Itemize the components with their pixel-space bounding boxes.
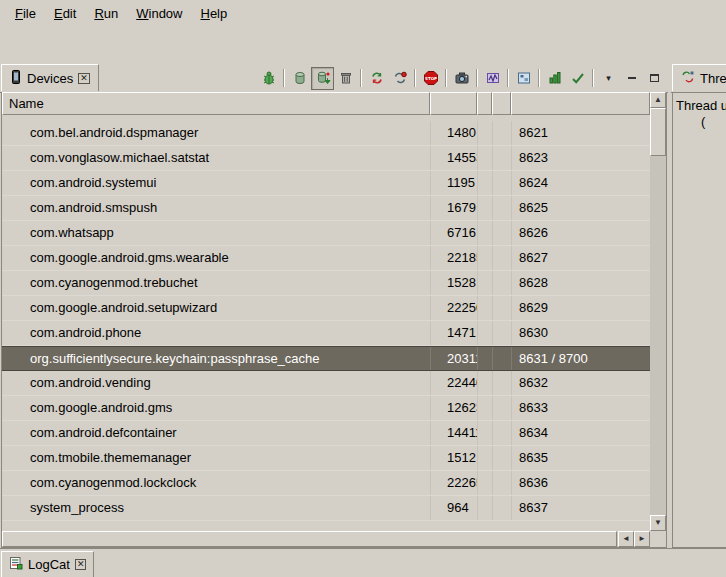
scroll-left-icon[interactable]: ◄ — [618, 531, 634, 547]
devices-toolbar: STOP — [257, 65, 666, 91]
process-pid: 1528 — [430, 271, 477, 295]
toolbar-separator — [476, 69, 478, 87]
devices-tabbar: Devices ✕ — [0, 62, 668, 93]
table-row[interactable]: com.android.defcontainer144118634 — [2, 421, 650, 446]
process-col-a — [477, 271, 492, 295]
table-row[interactable]: com.cyanogenmod.lockclock222658636 — [2, 471, 650, 496]
process-name: com.google.android.gms.wearable — [2, 246, 430, 270]
vertical-scrollbar[interactable]: ▲ ▼ — [650, 92, 666, 531]
start-opengl-trace-icon[interactable] — [543, 67, 566, 90]
process-col-a — [477, 421, 492, 445]
table-row[interactable]: com.vonglasow.michael.satstat145538623 — [2, 146, 650, 171]
process-name: com.android.smspush — [2, 196, 430, 220]
horizontal-scrollbar-thumb[interactable] — [2, 531, 617, 547]
dump-view-ui-icon[interactable] — [566, 67, 589, 90]
column-header-port[interactable] — [511, 92, 650, 115]
process-col-a — [477, 321, 492, 345]
menu-help[interactable]: Help — [191, 3, 236, 24]
process-pid: 1195 — [430, 171, 477, 195]
table-row[interactable]: com.android.smspush16798625 — [2, 196, 650, 221]
process-name: com.cyanogenmod.trebuchet — [2, 271, 430, 295]
cause-gc-icon[interactable] — [334, 67, 357, 90]
menu-run[interactable]: Run — [85, 3, 127, 24]
toolbar-separator — [445, 69, 447, 87]
minimize-icon[interactable] — [620, 67, 643, 90]
process-col-b — [492, 146, 511, 170]
update-threads-icon[interactable] — [365, 67, 388, 90]
table-row[interactable]: com.android.phone14718630 — [2, 321, 650, 346]
process-pid: 1480 — [430, 121, 477, 145]
scroll-down-icon[interactable]: ▼ — [650, 515, 666, 531]
process-pid: 14411 — [430, 421, 477, 445]
table-row[interactable]: com.tmobile.thememanager15128635 — [2, 446, 650, 471]
table-row[interactable]: com.android.vending224408632 — [2, 371, 650, 396]
process-col-b — [492, 196, 511, 220]
close-icon[interactable]: ✕ — [75, 559, 87, 570]
column-header-b[interactable] — [492, 92, 511, 115]
process-col-b — [492, 246, 511, 270]
table-row[interactable]: com.bel.android.dspmanager14808621 — [2, 121, 650, 146]
scroll-right-icon[interactable]: ► — [634, 531, 650, 547]
process-port: 8628 — [511, 271, 650, 295]
process-col-a — [477, 496, 492, 520]
process-col-b — [492, 321, 511, 345]
process-name: com.android.phone — [2, 321, 430, 345]
scrollbar-corner — [650, 531, 666, 547]
update-heap-icon[interactable] — [288, 67, 311, 90]
logcat-icon — [9, 556, 23, 573]
menu-edit[interactable]: Edit — [45, 3, 85, 24]
process-col-b — [492, 121, 511, 145]
screen-capture-icon[interactable] — [450, 67, 473, 90]
process-name: com.bel.android.dspmanager — [2, 121, 430, 145]
process-col-a — [477, 121, 492, 145]
horizontal-scrollbar[interactable]: ◄ ► — [2, 531, 650, 547]
threads-content: Thread up ( — [672, 92, 726, 548]
column-header-name[interactable]: Name — [2, 92, 430, 115]
close-icon[interactable]: ✕ — [78, 73, 90, 84]
table-row[interactable]: system_process9648637 — [2, 496, 650, 521]
process-name: com.android.systemui — [2, 171, 430, 195]
table-row[interactable]: org.sufficientlysecure.keychain:passphra… — [2, 346, 650, 371]
main-toolbar — [0, 26, 726, 62]
toolbar-separator — [538, 69, 540, 87]
table-row[interactable]: com.cyanogenmod.trebuchet15288628 — [2, 271, 650, 296]
stop-process-icon[interactable]: STOP — [419, 67, 442, 90]
debug-process-icon[interactable] — [257, 67, 280, 90]
scroll-up-icon[interactable]: ▲ — [650, 92, 666, 108]
table-row[interactable]: com.google.android.gms126238633 — [2, 396, 650, 421]
device-table: Name com.bel.android.dspmanager14808621c… — [1, 92, 667, 548]
view-menu-icon[interactable]: ▾ — [597, 67, 620, 90]
process-name: com.android.defcontainer — [2, 421, 430, 445]
process-col-a — [477, 171, 492, 195]
table-row[interactable]: com.google.android.gms.wearable221858627 — [2, 246, 650, 271]
process-col-b — [492, 271, 511, 295]
tab-threads[interactable]: Threads — [672, 64, 726, 91]
dump-hprof-icon[interactable] — [311, 67, 334, 90]
start-method-profiling-icon[interactable] — [388, 67, 411, 90]
view-hierarchy-icon[interactable] — [512, 67, 535, 90]
process-col-b — [492, 471, 511, 495]
menu-file[interactable]: File — [6, 3, 45, 24]
table-row[interactable]: com.whatsapp67168626 — [2, 221, 650, 246]
maximize-icon[interactable] — [643, 67, 666, 90]
tab-logcat[interactable]: LogCat ✕ — [1, 551, 94, 577]
capture-systrace-icon[interactable] — [481, 67, 504, 90]
table-row[interactable]: com.google.android.setupwizard222508629 — [2, 296, 650, 321]
process-name: com.whatsapp — [2, 221, 430, 245]
threads-tabbar: Threads — [671, 62, 726, 93]
process-pid: 6716 — [430, 221, 477, 245]
tab-devices[interactable]: Devices ✕ — [1, 64, 99, 91]
vertical-scrollbar-thumb[interactable] — [650, 108, 666, 156]
column-header-a[interactable] — [477, 92, 492, 115]
process-name: org.sufficientlysecure.keychain:passphra… — [2, 347, 430, 370]
process-pid: 22440 — [430, 371, 477, 395]
process-pid: 22185 — [430, 246, 477, 270]
column-header-pid[interactable] — [430, 92, 477, 115]
tab-logcat-label: LogCat — [28, 557, 70, 572]
process-col-a — [477, 396, 492, 420]
table-row[interactable]: com.android.systemui11958624 — [2, 171, 650, 196]
toolbar-separator — [507, 69, 509, 87]
process-port: 8632 — [511, 371, 650, 395]
menu-window[interactable]: Window — [127, 3, 191, 24]
toolbar-separator — [283, 69, 285, 87]
